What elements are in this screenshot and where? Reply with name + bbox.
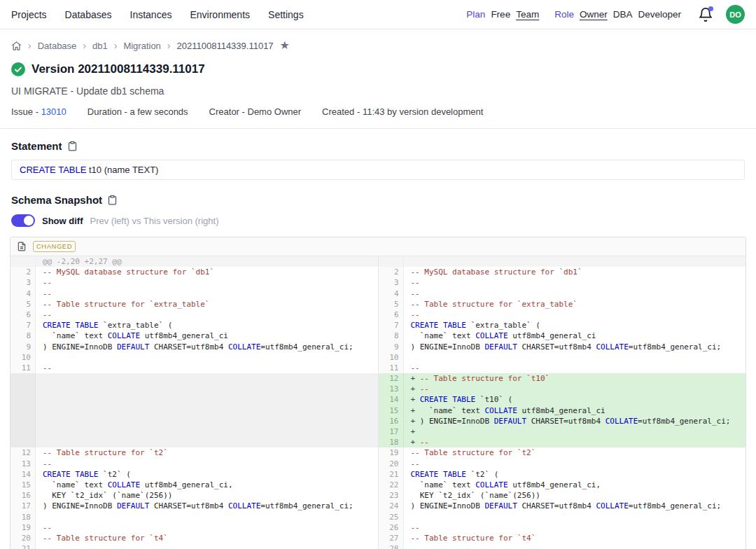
left-line-number: 10 <box>10 352 36 363</box>
left-code-line: -- Table structure for `extra_table` <box>36 299 378 310</box>
left-code-line: -- Table structure for `t2` <box>36 447 378 458</box>
notification-dot <box>708 6 713 11</box>
left-line-number: 13 <box>10 459 36 469</box>
diff-row: 14CREATE TABLE `t2` (21CREATE TABLE `t2`… <box>10 469 746 480</box>
notification-bell-icon[interactable] <box>698 7 713 22</box>
nav-item-settings[interactable]: Settings <box>268 9 304 20</box>
breadcrumb-separator: › <box>167 40 171 51</box>
left-code-line: -- Table structure for `t4` <box>36 533 378 543</box>
home-icon[interactable] <box>11 41 22 51</box>
right-code-line: ) ENGINE=InnoDB DEFAULT CHARSET=utf8mb4 … <box>404 501 746 511</box>
breadcrumb-item[interactable]: Database <box>38 41 77 51</box>
nav-item-instances[interactable]: Instances <box>130 9 172 20</box>
right-code-line: + `name` text COLLATE utf8mb4_general_ci <box>404 405 746 416</box>
left-line-number <box>10 384 36 394</box>
copy-snapshot-icon[interactable] <box>107 195 118 205</box>
meta-label: Issue - <box>11 106 41 117</box>
breadcrumb-separator: › <box>114 40 118 51</box>
left-line-number: 5 <box>10 299 36 310</box>
meta-value: 11:43 by version development <box>363 106 483 117</box>
migration-subtitle: UI MIGRATE - Update db1 schema <box>0 76 756 97</box>
breadcrumb-item[interactable]: 20211008114339.11017 <box>177 41 274 51</box>
nav-item-projects[interactable]: Projects <box>11 9 47 20</box>
role-dba: DBA <box>613 9 633 20</box>
right-code-line: ) ENGINE=InnoDB DEFAULT CHARSET=utf8mb4 … <box>404 342 746 352</box>
left-line-number: 16 <box>10 490 36 501</box>
right-line-number: 2 <box>378 267 404 277</box>
toggle-label: Show diff <box>42 216 83 226</box>
diff-row: 21--28-- <box>10 543 746 549</box>
right-line-number: 27 <box>378 533 404 543</box>
nav-item-environments[interactable]: Environments <box>190 9 250 20</box>
diff-row: 13+ -- <box>10 384 746 394</box>
right-line-number: 5 <box>378 299 404 310</box>
left-code-line <box>36 384 378 394</box>
nav-item-databases[interactable]: Databases <box>65 9 112 20</box>
right-code-line: -- <box>404 459 746 469</box>
left-line-number <box>10 405 36 416</box>
right-line-number: 28 <box>378 543 404 549</box>
right-code-line <box>404 512 746 522</box>
version-header: Version 20211008114339.11017 <box>0 54 756 76</box>
breadcrumb-separator: › <box>28 40 31 51</box>
left-code-line: -- MySQL database structure for `db1` <box>36 267 378 277</box>
left-code-line <box>36 394 378 405</box>
plan-team-link[interactable]: Team <box>516 9 539 20</box>
diff-row: 1010 <box>10 352 746 363</box>
diff-row: 8 `name` text COLLATE utf8mb4_general_ci… <box>10 331 746 341</box>
right-code-line: + -- <box>404 437 746 447</box>
left-code-line <box>36 352 378 363</box>
right-line-number: 15 <box>378 405 404 416</box>
left-line-number <box>10 426 36 437</box>
right-code-line: + <box>404 426 746 437</box>
snapshot-section-header: Schema Snapshot <box>0 186 756 206</box>
diff-table[interactable]: @@ -2,20 +2,27 @@2-- MySQL database stru… <box>10 256 746 549</box>
role-owner-link[interactable]: Owner <box>580 9 608 20</box>
left-code-line: -- <box>36 543 378 549</box>
left-line-number: 11 <box>10 363 36 373</box>
left-code-line: KEY `t2_idx` (`name`(256)) <box>36 490 378 501</box>
diff-row: 15 `name` text COLLATE utf8mb4_general_c… <box>10 480 746 490</box>
avatar[interactable]: DO <box>726 5 745 24</box>
snapshot-heading: Schema Snapshot <box>11 194 102 206</box>
right-line-number: 24 <box>378 501 404 511</box>
right-line-number: 23 <box>378 490 404 501</box>
breadcrumb-item[interactable]: Migration <box>123 41 160 51</box>
diff-row: 17+ <box>10 426 746 437</box>
right-code-line: -- <box>404 277 746 288</box>
hunk-header: @@ -2,20 +2,27 @@ <box>36 256 378 267</box>
statement-heading: Statement <box>11 140 62 152</box>
left-code-line <box>36 437 378 447</box>
meta-row: Issue - 13010Duration - a few secondsCre… <box>0 97 756 128</box>
top-nav: ProjectsDatabasesInstancesEnvironmentsSe… <box>0 0 756 29</box>
meta-item: Issue - 13010 <box>11 106 66 117</box>
right-code-line: -- <box>404 543 746 549</box>
diff-row: 20-- Table structure for `t4`27-- Table … <box>10 533 746 543</box>
right-code-line: -- <box>404 310 746 320</box>
left-line-number <box>10 416 36 426</box>
left-line-number: 18 <box>10 512 36 522</box>
diff-row: 17) ENGINE=InnoDB DEFAULT CHARSET=utf8mb… <box>10 501 746 511</box>
diff-row: 16+ ) ENGINE=InnoDB DEFAULT CHARSET=utf8… <box>10 416 746 426</box>
left-code-line: `name` text COLLATE utf8mb4_general_ci, <box>36 480 378 490</box>
left-line-number: 14 <box>10 469 36 480</box>
right-line-number: 20 <box>378 459 404 469</box>
left-code-line: -- <box>36 277 378 288</box>
meta-item: Duration - a few seconds <box>88 106 188 117</box>
right-line-number: 25 <box>378 512 404 522</box>
statement-section-header: Statement <box>0 129 756 152</box>
left-code-line <box>36 405 378 416</box>
show-diff-toggle[interactable] <box>11 214 35 227</box>
diff-row: 18+ -- <box>10 437 746 447</box>
diff-row: 14+ CREATE TABLE `t10` ( <box>10 394 746 405</box>
line-number <box>378 256 404 267</box>
right-code-line: -- Table structure for `t4` <box>404 533 746 543</box>
issue-link[interactable]: 13010 <box>41 106 66 117</box>
right-line-number: 7 <box>378 320 404 331</box>
copy-statement-icon[interactable] <box>67 141 78 151</box>
breadcrumb-item[interactable]: db1 <box>92 41 108 51</box>
left-code-line <box>36 426 378 437</box>
toggle-knob <box>24 216 34 225</box>
right-line-number: 9 <box>378 342 404 352</box>
star-icon[interactable]: ★ <box>280 40 290 51</box>
